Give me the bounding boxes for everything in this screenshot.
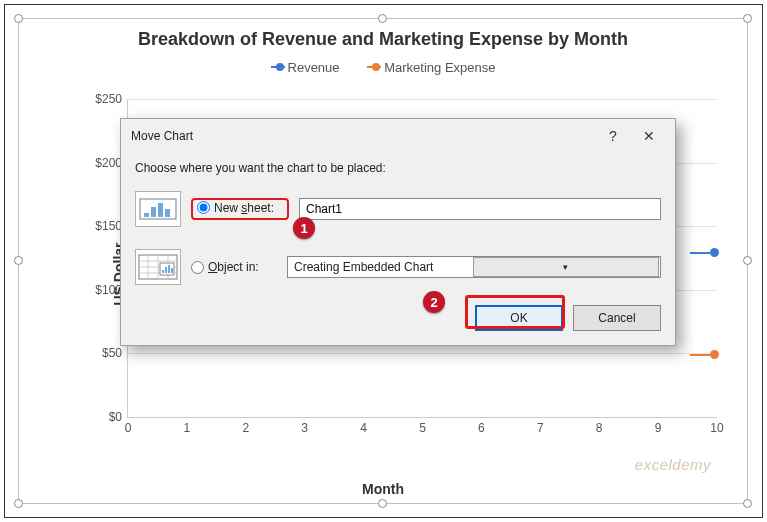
x-axis-title[interactable]: Month: [362, 481, 404, 497]
radio-object-in-label: Object in:: [208, 260, 259, 274]
selection-handle[interactable]: [14, 14, 23, 23]
svg-rect-15: [168, 265, 170, 273]
selection-handle[interactable]: [14, 499, 23, 508]
legend-marker-marketing: [367, 63, 378, 71]
series-revenue-peek: [690, 248, 719, 257]
dialog-titlebar[interactable]: Move Chart ? ✕: [121, 119, 675, 153]
x-tick: 5: [419, 417, 426, 435]
dialog-button-row: OK Cancel: [135, 299, 661, 331]
legend-label: Marketing Expense: [384, 60, 495, 75]
selection-handle[interactable]: [743, 14, 752, 23]
highlight-new-sheet: New sheet:: [191, 198, 289, 221]
series-marketing-peek: [690, 350, 719, 359]
annotation-badge-1: 1: [293, 217, 315, 239]
dialog-help-button[interactable]: ?: [595, 125, 631, 147]
svg-rect-14: [165, 267, 167, 273]
object-in-combo[interactable]: Creating Embedded Chart ▾: [287, 256, 661, 278]
x-tick: 4: [360, 417, 367, 435]
selection-handle[interactable]: [743, 256, 752, 265]
y-tick: $50: [102, 346, 128, 360]
radio-new-sheet[interactable]: New sheet:: [197, 201, 283, 215]
radio-object-in-input[interactable]: [191, 261, 204, 274]
chart-legend[interactable]: Revenue Marketing Expense: [19, 56, 747, 81]
selection-handle[interactable]: [743, 499, 752, 508]
svg-rect-4: [165, 209, 170, 217]
x-tick: 9: [655, 417, 662, 435]
svg-rect-2: [151, 207, 156, 217]
new-sheet-name-input[interactable]: [299, 198, 661, 220]
chart-title[interactable]: Breakdown of Revenue and Marketing Expen…: [19, 19, 747, 56]
x-tick: 10: [710, 417, 723, 435]
x-tick: 2: [242, 417, 249, 435]
selection-handle[interactable]: [14, 256, 23, 265]
chevron-down-icon[interactable]: ▾: [473, 257, 660, 277]
object-in-icon: [135, 249, 181, 285]
dialog-prompt: Choose where you want the chart to be pl…: [135, 157, 661, 185]
legend-item-revenue[interactable]: Revenue: [271, 60, 340, 75]
x-tick: 3: [301, 417, 308, 435]
watermark: exceldemy: [635, 456, 711, 473]
dialog-title: Move Chart: [131, 129, 595, 143]
svg-rect-13: [162, 270, 164, 273]
dialog-close-button[interactable]: ✕: [631, 125, 667, 147]
selection-handle[interactable]: [378, 499, 387, 508]
svg-rect-16: [171, 268, 173, 273]
x-tick: 1: [184, 417, 191, 435]
highlight-ok: [465, 295, 565, 329]
x-tick: 8: [596, 417, 603, 435]
new-sheet-icon: [135, 191, 181, 227]
svg-rect-3: [158, 203, 163, 217]
legend-item-marketing[interactable]: Marketing Expense: [367, 60, 495, 75]
x-tick: 6: [478, 417, 485, 435]
radio-new-sheet-input[interactable]: [197, 201, 210, 214]
legend-label: Revenue: [288, 60, 340, 75]
move-chart-dialog: Move Chart ? ✕ Choose where you want the…: [120, 118, 676, 346]
svg-rect-1: [144, 213, 149, 217]
radio-object-in[interactable]: Object in:: [191, 260, 277, 274]
x-tick: 7: [537, 417, 544, 435]
radio-new-sheet-label: New sheet:: [214, 201, 274, 215]
object-in-value: Creating Embedded Chart: [288, 260, 473, 274]
option-new-sheet-row: New sheet:: [135, 191, 661, 227]
y-tick: $250: [95, 92, 128, 106]
option-object-in-row: Object in: Creating Embedded Chart ▾: [135, 249, 661, 285]
selection-handle[interactable]: [378, 14, 387, 23]
legend-marker-revenue: [271, 63, 282, 71]
cancel-button[interactable]: Cancel: [573, 305, 661, 331]
annotation-badge-2: 2: [423, 291, 445, 313]
x-tick: 0: [125, 417, 132, 435]
